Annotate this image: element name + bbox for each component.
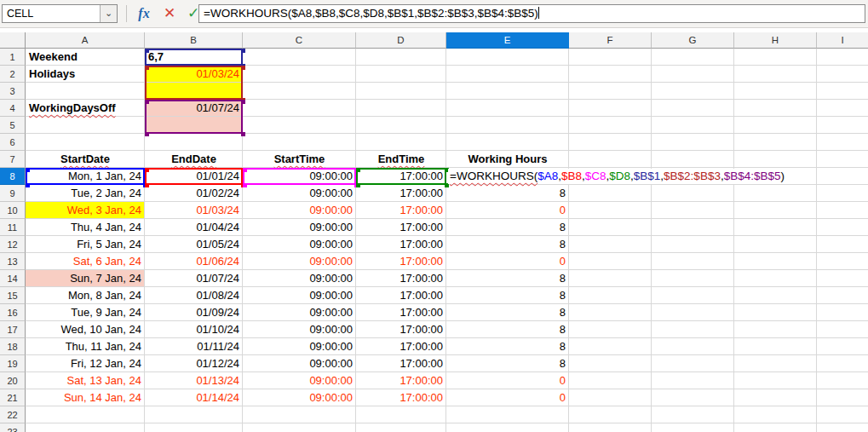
cell-B17[interactable]: 01/10/24: [145, 321, 243, 338]
cell-E11[interactable]: 8: [446, 219, 569, 236]
row-header-17[interactable]: 17: [0, 321, 26, 338]
cell-E13[interactable]: 0: [446, 253, 569, 270]
row-header-15[interactable]: 15: [0, 287, 26, 304]
cell-C11[interactable]: 09:00:00: [243, 219, 356, 236]
ref-highlight-D8[interactable]: [356, 168, 446, 185]
cell-C9[interactable]: 09:00:00: [243, 185, 356, 202]
name-box-dropdown-icon[interactable]: ⌄: [100, 5, 117, 22]
ref-resize-handle[interactable]: [241, 100, 245, 104]
column-header-E[interactable]: E: [446, 32, 569, 49]
ref-resize-handle[interactable]: [145, 100, 149, 104]
row-header-1[interactable]: 1: [0, 49, 26, 66]
cell-A12[interactable]: Fri, 5 Jan, 24: [26, 236, 145, 253]
cell-D10[interactable]: 17:00:00: [356, 202, 446, 219]
row-header-21[interactable]: 21: [0, 389, 26, 406]
cell-E14[interactable]: 8: [446, 270, 569, 287]
row-header-19[interactable]: 19: [0, 355, 26, 372]
spreadsheet-grid[interactable]: ABCDEFGHI1234567891011121314151617181920…: [0, 28, 868, 432]
cell-D17[interactable]: 17:00:00: [356, 321, 446, 338]
cell-B12[interactable]: 01/05/24: [145, 236, 243, 253]
cell-C21[interactable]: 09:00:00: [243, 389, 356, 406]
cell-D11[interactable]: 17:00:00: [356, 219, 446, 236]
cell-C20[interactable]: 09:00:00: [243, 372, 356, 389]
cell-E20[interactable]: 0: [446, 372, 569, 389]
cell-E18[interactable]: 8: [446, 338, 569, 355]
cell-A13[interactable]: Sat, 6 Jan, 24: [26, 253, 145, 270]
row-header-7[interactable]: 7: [0, 151, 26, 168]
cell-E21[interactable]: 0: [446, 389, 569, 406]
ref-resize-handle[interactable]: [145, 49, 149, 53]
row-header-23[interactable]: 23: [0, 423, 26, 432]
ref-resize-handle[interactable]: [145, 66, 149, 70]
cell-C7[interactable]: StartTime: [243, 151, 356, 168]
name-box-value[interactable]: CELL: [7, 5, 33, 22]
cell-A18[interactable]: Thu, 11 Jan, 24: [26, 338, 145, 355]
cell-B15[interactable]: 01/08/24: [145, 287, 243, 304]
cell-D18[interactable]: 17:00:00: [356, 338, 446, 355]
row-header-10[interactable]: 10: [0, 202, 26, 219]
cell-A16[interactable]: Tue, 9 Jan, 24: [26, 304, 145, 321]
cell-E10[interactable]: 0: [446, 202, 569, 219]
cell-B10[interactable]: 01/03/24: [145, 202, 243, 219]
cell-A2[interactable]: Holidays: [26, 66, 145, 83]
ref-resize-handle[interactable]: [145, 168, 149, 172]
row-header-6[interactable]: 6: [0, 134, 26, 151]
cell-B9[interactable]: 01/02/24: [145, 185, 243, 202]
ref-highlight-B8[interactable]: [145, 168, 243, 185]
cell-D12[interactable]: 17:00:00: [356, 236, 446, 253]
cell-B20[interactable]: 01/13/24: [145, 372, 243, 389]
row-header-13[interactable]: 13: [0, 253, 26, 270]
cell-D9[interactable]: 17:00:00: [356, 185, 446, 202]
ref-highlight-B2-B3[interactable]: [145, 66, 243, 100]
cell-D14[interactable]: 17:00:00: [356, 270, 446, 287]
cell-A4[interactable]: WorkingDaysOff: [26, 100, 145, 117]
ref-resize-handle[interactable]: [243, 168, 247, 172]
column-header-C[interactable]: C: [243, 32, 356, 49]
cell-D13[interactable]: 17:00:00: [356, 253, 446, 270]
ref-resize-handle[interactable]: [241, 132, 245, 136]
cell-B21[interactable]: 01/14/24: [145, 389, 243, 406]
cell-E19[interactable]: 8: [446, 355, 569, 372]
row-header-4[interactable]: 4: [0, 100, 26, 117]
ref-resize-handle[interactable]: [145, 132, 149, 136]
name-box[interactable]: CELL ⌄: [2, 4, 118, 23]
cell-B13[interactable]: 01/06/24: [145, 253, 243, 270]
cell-A9[interactable]: Tue, 2 Jan, 24: [26, 185, 145, 202]
cell-B7[interactable]: EndDate: [145, 151, 243, 168]
column-header-F[interactable]: F: [569, 32, 652, 49]
ref-resize-handle[interactable]: [241, 49, 245, 53]
ref-resize-handle[interactable]: [145, 183, 149, 187]
row-header-14[interactable]: 14: [0, 270, 26, 287]
formula-input[interactable]: =WORKHOURS($A8,$B8,$C8,$D8,$B$1,$B$2:$B$…: [198, 4, 865, 23]
cell-A20[interactable]: Sat, 13 Jan, 24: [26, 372, 145, 389]
cell-E8-edit[interactable]: =WORKHOURS($A8,$B8,$C8,$D8,$B$1,$B$2:$B$…: [448, 169, 786, 184]
cell-C16[interactable]: 09:00:00: [243, 304, 356, 321]
cell-E7[interactable]: Working Hours: [446, 151, 569, 168]
cell-A21[interactable]: Sun, 14 Jan, 24: [26, 389, 145, 406]
row-header-20[interactable]: 20: [0, 372, 26, 389]
cell-E17[interactable]: 8: [446, 321, 569, 338]
function-wizard-button[interactable]: fx: [133, 3, 155, 24]
cell-C15[interactable]: 09:00:00: [243, 287, 356, 304]
cell-D15[interactable]: 17:00:00: [356, 287, 446, 304]
ref-resize-handle[interactable]: [243, 183, 247, 187]
cell-A15[interactable]: Mon, 8 Jan, 24: [26, 287, 145, 304]
ref-resize-handle[interactable]: [26, 168, 30, 172]
cell-C13[interactable]: 09:00:00: [243, 253, 356, 270]
ref-resize-handle[interactable]: [26, 183, 30, 187]
row-header-9[interactable]: 9: [0, 185, 26, 202]
row-header-8[interactable]: 8: [0, 168, 26, 185]
cell-B11[interactable]: 01/04/24: [145, 219, 243, 236]
column-header-I[interactable]: I: [817, 32, 868, 49]
cell-C19[interactable]: 09:00:00: [243, 355, 356, 372]
row-header-5[interactable]: 5: [0, 117, 26, 134]
cell-E16[interactable]: 8: [446, 304, 569, 321]
row-header-3[interactable]: 3: [0, 83, 26, 100]
cell-A10[interactable]: Wed, 3 Jan, 24: [26, 202, 145, 219]
ref-highlight-B1[interactable]: [145, 49, 243, 66]
ref-resize-handle[interactable]: [241, 66, 245, 70]
cell-B19[interactable]: 01/12/24: [145, 355, 243, 372]
ref-resize-handle[interactable]: [356, 183, 360, 187]
cell-A7[interactable]: StartDate: [26, 151, 145, 168]
ref-highlight-A8[interactable]: [26, 168, 145, 185]
